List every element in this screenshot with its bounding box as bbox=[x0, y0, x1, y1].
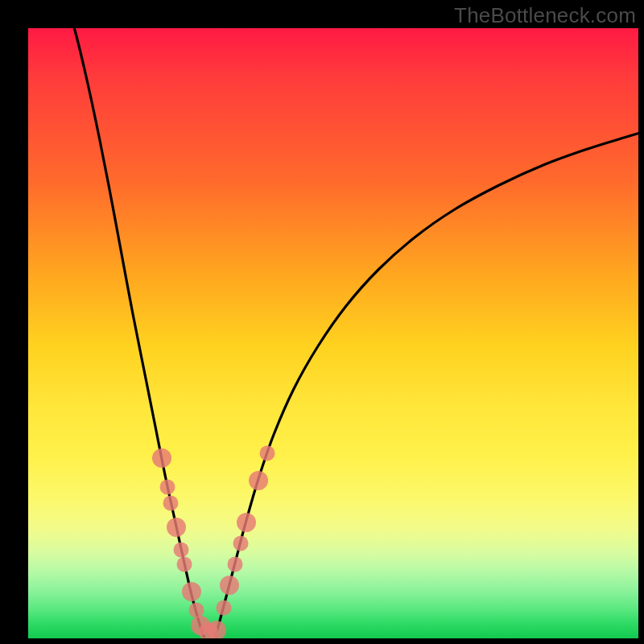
data-marker bbox=[217, 601, 232, 616]
data-marker bbox=[174, 543, 189, 558]
data-marker bbox=[220, 576, 239, 595]
data-marker bbox=[182, 582, 201, 601]
data-marker bbox=[160, 480, 175, 495]
curves-svg bbox=[28, 28, 638, 638]
data-marker bbox=[237, 513, 256, 532]
data-marker bbox=[152, 448, 171, 468]
data-marker bbox=[233, 536, 249, 551]
data-marker bbox=[189, 603, 204, 618]
right-curve bbox=[215, 133, 638, 638]
data-marker bbox=[167, 518, 186, 537]
plot-area bbox=[28, 28, 638, 638]
data-marker bbox=[249, 471, 268, 490]
data-marker bbox=[163, 496, 179, 511]
outer-frame: TheBottleneck.com bbox=[0, 0, 644, 644]
watermark-text: TheBottleneck.com bbox=[454, 3, 636, 28]
data-marker bbox=[177, 557, 192, 572]
data-marker bbox=[228, 557, 243, 572]
markers-group bbox=[152, 446, 275, 639]
data-marker bbox=[260, 446, 275, 461]
